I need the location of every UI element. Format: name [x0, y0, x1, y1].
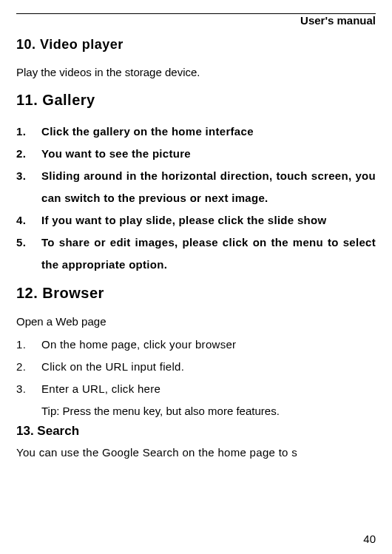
list-num: 3.: [16, 165, 41, 209]
list-text: To share or edit images, please click on…: [41, 232, 376, 276]
list-item: 4. If you want to play slide, please cli…: [16, 209, 376, 232]
section-12-list: 1. On the home page, click your browser …: [16, 334, 376, 400]
list-num: 4.: [16, 209, 41, 232]
list-text: Enter a URL, click here: [41, 378, 376, 400]
list-text: If you want to play slide, please click …: [41, 209, 376, 232]
section-11-title: 11. Gallery: [16, 92, 376, 109]
list-text: Sliding around in the horizontal directi…: [41, 165, 376, 209]
section-10-body: Play the videos in the storage device.: [16, 64, 376, 80]
list-item: 3. Sliding around in the horizontal dire…: [16, 165, 376, 209]
list-num: 1.: [16, 121, 41, 143]
list-text: On the home page, click your browser: [41, 334, 376, 356]
list-text: You want to see the picture: [41, 143, 376, 165]
list-text: Click the gallery on the home interface: [41, 121, 376, 143]
section-12-tip: Tip: Press the menu key, but also more f…: [41, 400, 376, 422]
section-12-intro: Open a Web page: [16, 314, 376, 329]
list-item: 1. Click the gallery on the home interfa…: [16, 121, 376, 143]
list-item: 5. To share or edit images, please click…: [16, 232, 376, 276]
list-num: 1.: [16, 334, 41, 356]
list-num: 2.: [16, 356, 41, 378]
list-num: 3.: [16, 378, 41, 400]
list-item: 2. You want to see the picture: [16, 143, 376, 165]
list-num: 2.: [16, 143, 41, 165]
list-item: 2. Click on the URL input field.: [16, 356, 376, 378]
page-number: 40: [363, 533, 376, 545]
section-10-title: 10. Video player: [16, 37, 376, 53]
section-13-title: 13. Search: [16, 424, 376, 439]
section-12-title: 12. Browser: [16, 285, 376, 302]
list-item: 1. On the home page, click your browser: [16, 334, 376, 356]
list-num: 5.: [16, 232, 41, 276]
header-title: User's manual: [16, 14, 376, 27]
section-13-body: You can use the Google Search on the hom…: [16, 443, 376, 462]
list-item: 3. Enter a URL, click here: [16, 378, 376, 400]
section-11-list: 1. Click the gallery on the home interfa…: [16, 121, 376, 276]
list-text: Click on the URL input field.: [41, 356, 376, 378]
